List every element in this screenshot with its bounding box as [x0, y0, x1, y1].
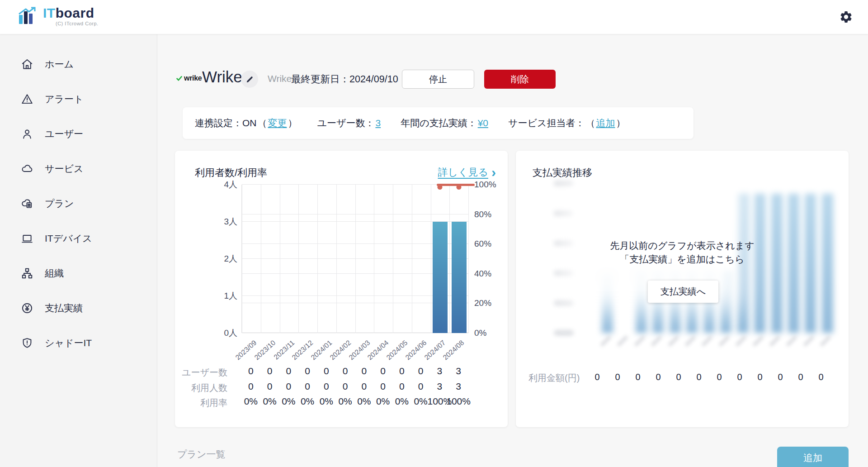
service-manager: サービス担当者： （ 追加 ） [508, 117, 625, 129]
overlay-message-line2: 「支払実績」を追加はこちら [516, 253, 849, 266]
sidebar-item-alert[interactable]: アラート [0, 81, 157, 116]
usage-table-cell: 3 [437, 381, 443, 392]
usage-table-row-label: 利用率 [200, 397, 227, 409]
y-axis-tick-left: 2人 [224, 253, 237, 265]
plan-icon [21, 197, 33, 210]
sidebar-item-users[interactable]: ユーザー [0, 116, 157, 151]
sidebar-item-payments[interactable]: 支払実績 [0, 291, 157, 325]
sidebar-item-it-devices[interactable]: ITデバイス [0, 221, 157, 256]
logo-text-it: IT [43, 5, 56, 20]
amount-value: 0 [757, 372, 762, 382]
grid-line-vertical [298, 185, 299, 333]
annual-payment-label: 年間の支払実績： [401, 117, 477, 129]
payment-blur-ylabel [554, 330, 574, 336]
amount-value: 0 [594, 372, 599, 382]
usage-table-cell: 0% [301, 396, 314, 407]
amount-row-label: 利用金額(円) [528, 372, 580, 384]
usage-table-cell: 0% [395, 396, 409, 407]
usage-table-cell: 0 [267, 366, 273, 376]
usage-table-cell: 0% [320, 396, 333, 407]
usage-table-cell: 3 [437, 366, 443, 376]
y-axis-tick-right: 0% [474, 328, 486, 338]
usage-table-cell: 0 [418, 366, 424, 376]
pencil-icon [246, 76, 254, 83]
logo-text: ITboard (C) ITcrowd Corp. [43, 6, 99, 26]
payment-blur-xlabel [753, 336, 763, 346]
payment-blur-xlabel [769, 336, 780, 346]
payment-blur-xlabel [719, 336, 729, 346]
wrike-check-icon [176, 76, 182, 81]
usage-table-cell: 3 [456, 366, 461, 376]
paren-open: （ [258, 117, 267, 129]
user-count-value[interactable]: 3 [375, 118, 381, 129]
stop-button[interactable]: 停止 [402, 70, 474, 89]
usage-table-cell: 0 [343, 366, 348, 376]
amount-value: 0 [798, 372, 803, 382]
usage-rate-dot [438, 185, 443, 190]
gear-icon[interactable] [839, 10, 853, 24]
yen-icon [21, 302, 33, 315]
y-axis-tick-right: 100% [474, 180, 496, 190]
sidebar-item-plans[interactable]: プラン [0, 186, 157, 221]
usage-table-cell: 0 [248, 366, 254, 376]
sidebar-item-services[interactable]: サービス [0, 151, 157, 186]
delete-button[interactable]: 削除 [484, 70, 556, 89]
amount-value: 0 [656, 372, 660, 382]
grid-line-vertical [468, 185, 469, 333]
amount-value: 0 [615, 372, 620, 382]
payment-blur-xlabel [618, 336, 628, 346]
detail-link[interactable]: 詳しく見る › [438, 166, 496, 179]
sidebar-item-label: ホーム [45, 58, 74, 71]
sidebar-item-shadow-it[interactable]: シャドーIT [0, 325, 157, 360]
service-manager-label: サービス担当者： [508, 117, 585, 129]
usage-table-cell: 0% [414, 396, 427, 407]
cloud-icon [21, 162, 33, 175]
change-link[interactable]: 変更 [268, 117, 287, 129]
usage-table-cell: 0% [263, 396, 276, 407]
paren-close: ） [616, 117, 626, 129]
chevron-right-icon: › [491, 167, 496, 177]
y-axis-tick-right: 40% [474, 269, 491, 279]
shield-icon [21, 337, 33, 349]
sidebar-item-label: プラン [45, 197, 74, 210]
grid-line-vertical [242, 185, 242, 333]
payment-chart-title: 支払実績推移 [533, 166, 592, 180]
service-title: Wrike [202, 68, 242, 86]
x-axis-label: 2024/02 [328, 338, 353, 362]
usage-table-cell: 0 [267, 381, 273, 392]
sidebar-item-organization[interactable]: 組織 [0, 256, 157, 291]
grid-line-vertical [449, 185, 450, 333]
usage-table-cell: 0 [362, 381, 367, 392]
edit-service-button[interactable] [241, 71, 258, 88]
user-count: ユーザー数： 3 [317, 117, 381, 129]
x-axis-label: 2024/05 [385, 338, 409, 362]
usage-table-cell: 0 [248, 381, 254, 392]
add-button[interactable]: 追加 [777, 447, 849, 467]
add-manager-link[interactable]: 追加 [596, 117, 615, 129]
x-axis-label: 2023/09 [234, 338, 258, 362]
go-to-payment-button[interactable]: 支払実績へ [648, 281, 718, 303]
sidebar-item-home[interactable]: ホーム [0, 47, 157, 81]
annual-payment-value[interactable]: ¥0 [478, 118, 488, 129]
payment-blur-xlabel [821, 336, 831, 346]
amount-value: 0 [737, 372, 742, 382]
overlay-message-line1: 先月以前のグラフが表示されます [516, 239, 849, 252]
amount-value: 0 [778, 372, 783, 382]
sidebar-item-label: アラート [45, 93, 83, 105]
usage-table-row: ユーザー数000000000033 [241, 365, 468, 381]
grid-line-vertical [261, 185, 261, 333]
grid-line-vertical [393, 185, 393, 333]
y-axis-tick-right: 80% [474, 210, 491, 219]
usage-table-cell: 0% [282, 396, 295, 407]
y-axis-tick-right: 60% [474, 239, 491, 249]
grid-line-vertical [412, 185, 412, 333]
grid-line-vertical [431, 185, 431, 333]
payment-blur-xlabel [668, 336, 679, 346]
usage-table-cell: 0 [324, 366, 329, 376]
usage-bar [452, 222, 467, 333]
integration-setting-label: 連携設定：ON [195, 117, 257, 129]
payment-blur-xlabel [651, 336, 662, 346]
org-icon [21, 267, 33, 280]
usage-table-cell: 0 [380, 381, 386, 392]
wrike-service-logo: wrike [176, 74, 202, 82]
